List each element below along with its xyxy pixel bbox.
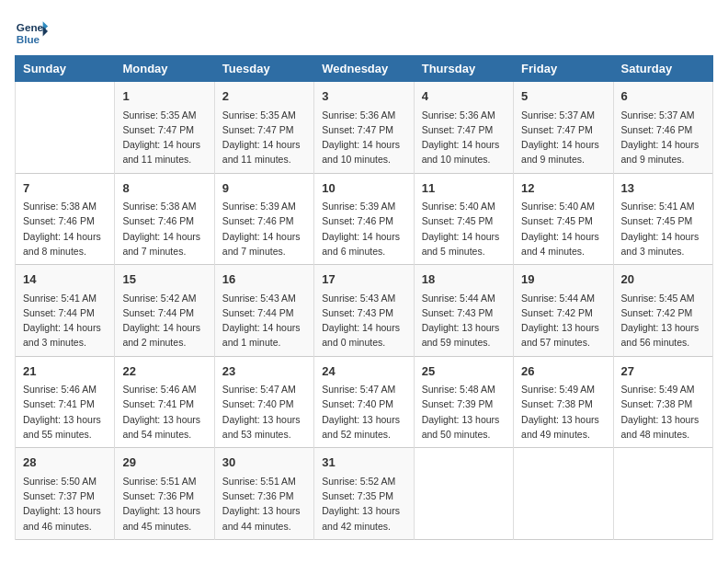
logo-icon: General Blue <box>15 15 48 48</box>
logo: General Blue <box>15 15 48 48</box>
weekday-header-monday: Monday <box>115 56 214 82</box>
day-number: 7 <box>23 179 107 198</box>
day-number: 8 <box>122 179 206 198</box>
calendar-cell: 5Sunrise: 5:37 AM Sunset: 7:47 PM Daylig… <box>514 82 613 174</box>
calendar-cell <box>16 82 115 174</box>
day-info: Sunrise: 5:44 AM Sunset: 7:42 PM Dayligh… <box>521 291 605 350</box>
day-info: Sunrise: 5:47 AM Sunset: 7:40 PM Dayligh… <box>322 382 405 442</box>
day-info: Sunrise: 5:42 AM Sunset: 7:44 PM Dayligh… <box>122 291 206 350</box>
weekday-header-friday: Friday <box>514 56 613 82</box>
day-number: 10 <box>322 179 405 198</box>
day-info: Sunrise: 5:37 AM Sunset: 7:46 PM Dayligh… <box>621 108 705 167</box>
weekday-header-saturday: Saturday <box>613 56 712 82</box>
day-number: 25 <box>422 362 506 381</box>
calendar-cell: 20Sunrise: 5:45 AM Sunset: 7:42 PM Dayli… <box>613 265 712 357</box>
day-number: 29 <box>122 454 206 472</box>
day-info: Sunrise: 5:43 AM Sunset: 7:43 PM Dayligh… <box>322 291 405 350</box>
calendar-cell: 11Sunrise: 5:40 AM Sunset: 7:45 PM Dayli… <box>414 173 513 265</box>
calendar-cell: 17Sunrise: 5:43 AM Sunset: 7:43 PM Dayli… <box>314 265 414 357</box>
weekday-header-wednesday: Wednesday <box>314 56 414 82</box>
calendar-cell: 14Sunrise: 5:41 AM Sunset: 7:44 PM Dayli… <box>16 265 115 357</box>
weekday-header-tuesday: Tuesday <box>214 56 313 82</box>
calendar-week-row: 1Sunrise: 5:35 AM Sunset: 7:47 PM Daylig… <box>16 82 713 174</box>
day-info: Sunrise: 5:43 AM Sunset: 7:44 PM Dayligh… <box>222 291 306 350</box>
day-info: Sunrise: 5:40 AM Sunset: 7:45 PM Dayligh… <box>521 199 605 259</box>
day-info: Sunrise: 5:41 AM Sunset: 7:45 PM Dayligh… <box>621 199 705 259</box>
page-header: General Blue <box>15 15 713 48</box>
day-number: 30 <box>222 454 306 472</box>
calendar-cell: 24Sunrise: 5:47 AM Sunset: 7:40 PM Dayli… <box>314 356 414 448</box>
weekday-header-thursday: Thursday <box>414 56 513 82</box>
day-number: 12 <box>521 179 605 198</box>
day-info: Sunrise: 5:36 AM Sunset: 7:47 PM Dayligh… <box>322 108 405 167</box>
calendar-cell: 22Sunrise: 5:46 AM Sunset: 7:41 PM Dayli… <box>115 356 214 448</box>
day-number: 3 <box>322 87 405 106</box>
calendar-cell: 4Sunrise: 5:36 AM Sunset: 7:47 PM Daylig… <box>414 82 513 174</box>
day-info: Sunrise: 5:47 AM Sunset: 7:40 PM Dayligh… <box>222 382 306 442</box>
calendar-cell: 30Sunrise: 5:51 AM Sunset: 7:36 PM Dayli… <box>214 448 313 540</box>
day-info: Sunrise: 5:38 AM Sunset: 7:46 PM Dayligh… <box>23 199 107 259</box>
calendar-cell: 8Sunrise: 5:38 AM Sunset: 7:46 PM Daylig… <box>115 173 214 265</box>
day-number: 5 <box>521 87 605 106</box>
day-info: Sunrise: 5:46 AM Sunset: 7:41 PM Dayligh… <box>122 382 206 442</box>
day-number: 22 <box>122 362 206 381</box>
calendar-cell: 28Sunrise: 5:50 AM Sunset: 7:37 PM Dayli… <box>16 448 115 540</box>
day-number: 20 <box>621 270 705 289</box>
weekday-header-sunday: Sunday <box>16 56 115 82</box>
calendar-cell: 2Sunrise: 5:35 AM Sunset: 7:47 PM Daylig… <box>214 82 313 174</box>
day-number: 4 <box>422 87 506 106</box>
day-info: Sunrise: 5:45 AM Sunset: 7:42 PM Dayligh… <box>621 291 705 350</box>
calendar-cell: 16Sunrise: 5:43 AM Sunset: 7:44 PM Dayli… <box>214 265 313 357</box>
calendar-cell: 7Sunrise: 5:38 AM Sunset: 7:46 PM Daylig… <box>16 173 115 265</box>
calendar-cell: 27Sunrise: 5:49 AM Sunset: 7:38 PM Dayli… <box>613 356 712 448</box>
calendar-cell: 19Sunrise: 5:44 AM Sunset: 7:42 PM Dayli… <box>514 265 613 357</box>
calendar-week-row: 21Sunrise: 5:46 AM Sunset: 7:41 PM Dayli… <box>16 356 713 448</box>
day-info: Sunrise: 5:40 AM Sunset: 7:45 PM Dayligh… <box>422 199 506 259</box>
calendar-cell <box>414 448 513 540</box>
day-info: Sunrise: 5:48 AM Sunset: 7:39 PM Dayligh… <box>422 382 506 442</box>
day-number: 28 <box>23 454 107 472</box>
calendar-cell: 26Sunrise: 5:49 AM Sunset: 7:38 PM Dayli… <box>514 356 613 448</box>
day-info: Sunrise: 5:49 AM Sunset: 7:38 PM Dayligh… <box>621 382 705 442</box>
calendar-cell: 23Sunrise: 5:47 AM Sunset: 7:40 PM Dayli… <box>214 356 313 448</box>
calendar-cell: 25Sunrise: 5:48 AM Sunset: 7:39 PM Dayli… <box>414 356 513 448</box>
day-number: 16 <box>222 270 306 289</box>
calendar-cell: 9Sunrise: 5:39 AM Sunset: 7:46 PM Daylig… <box>214 173 313 265</box>
calendar-cell: 12Sunrise: 5:40 AM Sunset: 7:45 PM Dayli… <box>514 173 613 265</box>
calendar-cell <box>613 448 712 540</box>
day-number: 13 <box>621 179 705 198</box>
calendar-cell: 6Sunrise: 5:37 AM Sunset: 7:46 PM Daylig… <box>613 82 712 174</box>
day-number: 17 <box>322 270 405 289</box>
day-info: Sunrise: 5:35 AM Sunset: 7:47 PM Dayligh… <box>122 108 206 167</box>
day-info: Sunrise: 5:38 AM Sunset: 7:46 PM Dayligh… <box>122 199 206 259</box>
day-number: 27 <box>621 362 705 381</box>
calendar-week-row: 7Sunrise: 5:38 AM Sunset: 7:46 PM Daylig… <box>16 173 713 265</box>
calendar-cell <box>514 448 613 540</box>
calendar-cell: 31Sunrise: 5:52 AM Sunset: 7:35 PM Dayli… <box>314 448 414 540</box>
day-info: Sunrise: 5:51 AM Sunset: 7:36 PM Dayligh… <box>122 474 206 534</box>
calendar-cell: 15Sunrise: 5:42 AM Sunset: 7:44 PM Dayli… <box>115 265 214 357</box>
weekday-header-row: SundayMondayTuesdayWednesdayThursdayFrid… <box>16 56 713 82</box>
calendar-week-row: 28Sunrise: 5:50 AM Sunset: 7:37 PM Dayli… <box>16 448 713 540</box>
calendar-table: SundayMondayTuesdayWednesdayThursdayFrid… <box>15 55 713 540</box>
day-number: 26 <box>521 362 605 381</box>
day-number: 6 <box>621 87 705 106</box>
day-number: 23 <box>222 362 306 381</box>
day-number: 9 <box>222 179 306 198</box>
day-number: 24 <box>322 362 405 381</box>
day-info: Sunrise: 5:49 AM Sunset: 7:38 PM Dayligh… <box>521 382 605 442</box>
calendar-cell: 29Sunrise: 5:51 AM Sunset: 7:36 PM Dayli… <box>115 448 214 540</box>
calendar-week-row: 14Sunrise: 5:41 AM Sunset: 7:44 PM Dayli… <box>16 265 713 357</box>
day-number: 2 <box>222 87 306 106</box>
day-number: 21 <box>23 362 107 381</box>
calendar-cell: 3Sunrise: 5:36 AM Sunset: 7:47 PM Daylig… <box>314 82 414 174</box>
day-info: Sunrise: 5:50 AM Sunset: 7:37 PM Dayligh… <box>23 474 107 534</box>
calendar-cell: 10Sunrise: 5:39 AM Sunset: 7:46 PM Dayli… <box>314 173 414 265</box>
calendar-cell: 18Sunrise: 5:44 AM Sunset: 7:43 PM Dayli… <box>414 265 513 357</box>
svg-text:Blue: Blue <box>17 33 40 45</box>
day-number: 19 <box>521 270 605 289</box>
day-number: 15 <box>122 270 206 289</box>
calendar-cell: 21Sunrise: 5:46 AM Sunset: 7:41 PM Dayli… <box>16 356 115 448</box>
calendar-cell: 1Sunrise: 5:35 AM Sunset: 7:47 PM Daylig… <box>115 82 214 174</box>
day-info: Sunrise: 5:52 AM Sunset: 7:35 PM Dayligh… <box>322 474 405 534</box>
